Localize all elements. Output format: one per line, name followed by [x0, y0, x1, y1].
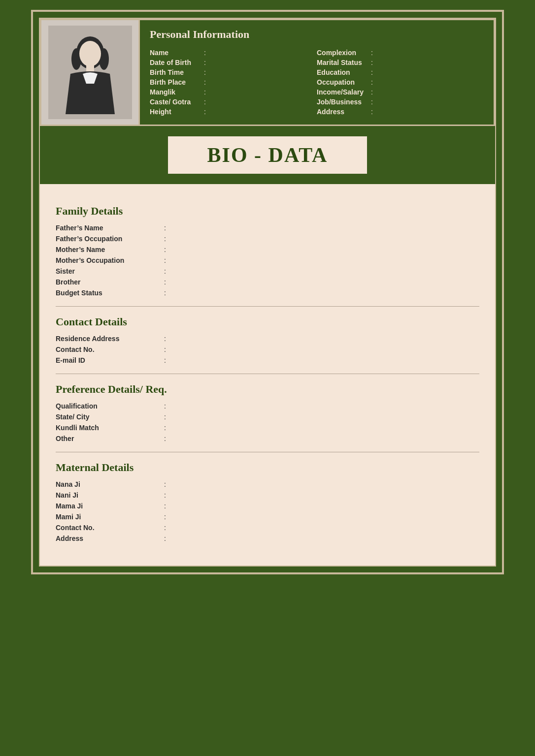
- maternal-nani: Nani Ji :: [56, 490, 479, 501]
- info-row-caste: Caste/ Gotra :: [150, 97, 317, 107]
- label-state-city: State/ City: [56, 413, 164, 421]
- label-address: Address: [317, 108, 371, 116]
- colon-dob: :: [204, 59, 206, 66]
- family-fathers-name: Father’s Name :: [56, 222, 479, 233]
- label-education: Education: [317, 68, 371, 76]
- pref-kundli: Kundli Match :: [56, 422, 479, 433]
- svg-point-4: [79, 41, 101, 66]
- colon-kundli: :: [164, 424, 166, 432]
- label-fathers-name: Father’s Name: [56, 224, 164, 232]
- colon-email: :: [164, 356, 166, 364]
- bio-banner: BIO - DATA: [40, 126, 495, 184]
- colon-jobbusiness: :: [371, 98, 373, 106]
- main-content: Family Details Father’s Name : Father’s …: [40, 184, 495, 566]
- label-mami: Mami Ji: [56, 513, 164, 521]
- info-row-address: Address :: [317, 107, 484, 117]
- info-row-manglik: Manglik :: [150, 87, 317, 97]
- pref-state-city: State/ City :: [56, 411, 479, 422]
- label-nana: Nana Ji: [56, 480, 164, 488]
- maternal-section: Maternal Details Nana Ji : Nani Ji : Mam…: [56, 461, 479, 544]
- label-maternal-contact: Contact No.: [56, 524, 164, 532]
- colon-maternal-address: :: [164, 535, 166, 542]
- colon-height: :: [204, 108, 206, 116]
- info-row-name: Name :: [150, 48, 317, 58]
- colon-marital: :: [371, 59, 373, 66]
- colon-occupation: :: [371, 78, 373, 86]
- label-caste: Caste/ Gotra: [150, 98, 204, 106]
- label-kundli: Kundli Match: [56, 424, 164, 432]
- colon-birthtime: :: [204, 68, 206, 76]
- label-birthplace: Birth Place: [150, 78, 204, 86]
- colon-residence: :: [164, 335, 166, 343]
- info-row-dob: Date of Birth :: [150, 58, 317, 67]
- label-manglik: Manglik: [150, 88, 204, 96]
- top-section: Personal Information Name : Date of Birt…: [40, 19, 495, 126]
- maternal-nana: Nana Ji :: [56, 479, 479, 490]
- divider-1: [56, 306, 479, 307]
- label-name: Name: [150, 49, 204, 57]
- label-contact-no: Contact No.: [56, 346, 164, 353]
- divider-2: [56, 374, 479, 374]
- colon-name: :: [204, 49, 206, 57]
- label-mama: Mama Ji: [56, 502, 164, 510]
- label-mothers-name: Mother’s Name: [56, 246, 164, 253]
- pref-qualification: Qualification :: [56, 401, 479, 411]
- contact-no: Contact No. :: [56, 344, 479, 355]
- label-mothers-occ: Mother’s Occupation: [56, 256, 164, 264]
- colon-mothers-name: :: [164, 246, 166, 253]
- family-section: Family Details Father’s Name : Father’s …: [56, 205, 479, 298]
- maternal-mami: Mami Ji :: [56, 511, 479, 522]
- info-row-birthplace: Birth Place :: [150, 77, 317, 87]
- profile-photo: [48, 26, 132, 119]
- photo-area: [41, 20, 140, 125]
- contact-residence: Residence Address :: [56, 333, 479, 344]
- personal-info-panel: Personal Information Name : Date of Birt…: [140, 20, 494, 125]
- label-fathers-occ: Father’s Occupation: [56, 235, 164, 243]
- divider-3: [56, 452, 479, 452]
- colon-qualification: :: [164, 402, 166, 410]
- bio-banner-inner: BIO - DATA: [167, 135, 369, 175]
- info-row-height: Height :: [150, 107, 317, 117]
- label-jobbusiness: Job/Business: [317, 98, 371, 106]
- family-fathers-occ: Father’s Occupation :: [56, 233, 479, 244]
- maternal-contact-no: Contact No. :: [56, 522, 479, 533]
- label-dob: Date of Birth: [150, 59, 204, 66]
- family-sister: Sister :: [56, 266, 479, 277]
- info-row-occupation: Occupation :: [317, 77, 484, 87]
- colon-mami: :: [164, 513, 166, 521]
- preference-section: Preference Details/ Req. Qualification :…: [56, 383, 479, 444]
- info-row-income: Income/Salary :: [317, 87, 484, 97]
- colon-brother: :: [164, 278, 166, 286]
- colon-maternal-contact: :: [164, 524, 166, 532]
- inner-wrapper: Personal Information Name : Date of Birt…: [39, 18, 496, 567]
- family-mothers-name: Mother’s Name :: [56, 244, 479, 255]
- info-row-complexion: Complexion :: [317, 48, 484, 58]
- colon-mama: :: [164, 502, 166, 510]
- label-marital: Marital Status: [317, 59, 371, 66]
- colon-fathers-name: :: [164, 224, 166, 232]
- info-row-marital: Marital Status :: [317, 58, 484, 67]
- colon-address: :: [371, 108, 373, 116]
- personal-info-right-col: Complexion : Marital Status : Education …: [317, 48, 484, 117]
- label-qualification: Qualification: [56, 402, 164, 410]
- colon-birthplace: :: [204, 78, 206, 86]
- personal-info-left-col: Name : Date of Birth : Birth Time : Bi: [150, 48, 317, 117]
- family-budget-status: Budget Status :: [56, 287, 479, 298]
- outer-border: Personal Information Name : Date of Birt…: [31, 10, 504, 574]
- colon-sister: :: [164, 267, 166, 275]
- pref-other: Other :: [56, 433, 479, 444]
- label-budget-status: Budget Status: [56, 289, 164, 297]
- bio-data-title: BIO - DATA: [207, 143, 328, 167]
- label-other: Other: [56, 435, 164, 442]
- info-row-jobbusiness: Job/Business :: [317, 97, 484, 107]
- label-height: Height: [150, 108, 204, 116]
- colon-income: :: [371, 88, 373, 96]
- colon-nani: :: [164, 491, 166, 499]
- colon-fathers-occ: :: [164, 235, 166, 243]
- label-income: Income/Salary: [317, 88, 371, 96]
- colon-education: :: [371, 68, 373, 76]
- colon-budget-status: :: [164, 289, 166, 297]
- label-sister: Sister: [56, 267, 164, 275]
- colon-complexion: :: [371, 49, 373, 57]
- colon-nana: :: [164, 480, 166, 488]
